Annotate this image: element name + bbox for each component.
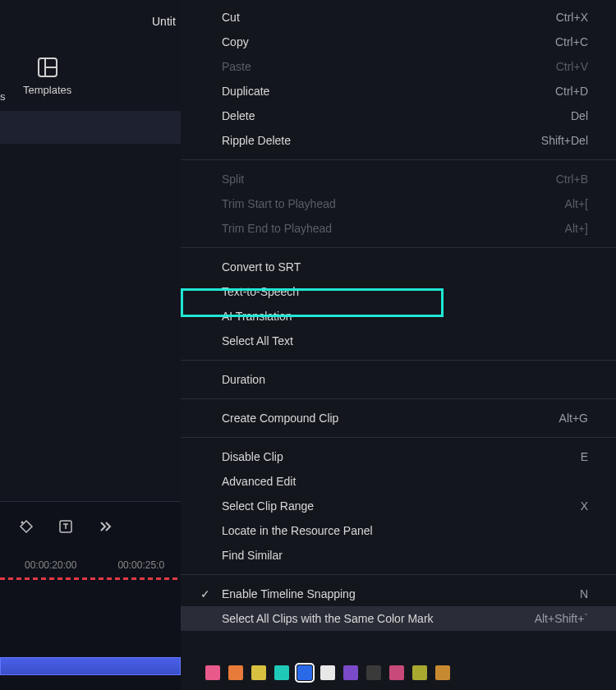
svg-point-0: [21, 522, 24, 524]
menu-item-label: AI Translation: [222, 310, 292, 323]
menu-item-label: Delete: [222, 109, 255, 122]
color-swatch[interactable]: [251, 665, 266, 680]
menu-separator: [181, 360, 616, 361]
color-swatch[interactable]: [320, 665, 335, 680]
menu-separator: [181, 398, 616, 399]
color-swatch[interactable]: [343, 665, 358, 680]
menu-item-label: Copy: [222, 35, 249, 48]
menu-item-delete[interactable]: DeleteDel: [181, 104, 616, 128]
menu-item-shortcut: Ctrl+B: [556, 172, 588, 186]
menu-item-label: Duration: [222, 373, 265, 386]
menu-item-label: Text-to-Speech: [222, 285, 299, 298]
menu-item-ripple-delete[interactable]: Ripple DeleteShift+Del: [181, 128, 616, 153]
menu-item-label: Duplicate: [222, 85, 269, 98]
color-swatch[interactable]: [412, 665, 427, 680]
menu-item-text-to-speech[interactable]: Text-to-Speech: [181, 279, 616, 304]
menu-item-label: Trim End to Playhead: [222, 222, 332, 235]
time-label: 00:00:25:0: [117, 559, 164, 571]
chevron-right-double-icon[interactable]: [97, 518, 113, 539]
color-swatch[interactable]: [435, 665, 450, 680]
menu-item-trim-start-to-playhead: Trim Start to PlayheadAlt+[: [181, 191, 616, 216]
menu-item-duration[interactable]: Duration: [181, 367, 616, 392]
menu-item-label: Paste: [222, 60, 251, 73]
color-mark-swatches: [205, 665, 450, 680]
timeline-playhead-line[interactable]: [0, 577, 181, 580]
menu-item-cut[interactable]: CutCtrl+X: [181, 5, 616, 30]
sidebar-item-templates[interactable]: Templates: [23, 58, 71, 96]
menu-item-shortcut: X: [581, 499, 588, 513]
menu-item-select-all-clips-with-the-same-color-mark[interactable]: Select All Clips with the Same Color Mar…: [181, 606, 616, 631]
menu-item-label: Cut: [222, 11, 240, 24]
templates-icon: [38, 58, 57, 77]
menu-item-shortcut: N: [580, 587, 588, 600]
menu-item-shortcut: Alt+Shift+`: [535, 612, 588, 625]
menu-item-select-all-text[interactable]: Select All Text: [181, 329, 616, 353]
menu-item-ai-translation[interactable]: AI Translation: [181, 304, 616, 329]
color-swatch[interactable]: [297, 665, 312, 680]
diamond-icon[interactable]: [18, 518, 34, 539]
menu-item-shortcut: E: [581, 450, 588, 463]
menu-item-disable-clip[interactable]: Disable ClipE: [181, 444, 616, 469]
checkmark-icon: ✓: [200, 587, 210, 600]
menu-item-shortcut: Ctrl+V: [556, 60, 588, 73]
menu-item-convert-to-srt[interactable]: Convert to SRT: [181, 255, 616, 279]
menu-item-label: Trim Start to Playhead: [222, 197, 336, 210]
color-swatch[interactable]: [389, 665, 404, 680]
menu-item-label: Find Similar: [222, 549, 283, 562]
menu-item-label: Create Compound Clip: [222, 412, 338, 425]
menu-item-label: Advanced Edit: [222, 475, 296, 488]
timeline-clip[interactable]: [0, 657, 181, 675]
time-label: 00:00:20:00: [25, 559, 76, 571]
context-menu: CutCtrl+XCopyCtrl+CPasteCtrl+VDuplicateC…: [181, 0, 616, 690]
menu-item-paste: PasteCtrl+V: [181, 54, 616, 79]
menu-separator: [181, 574, 616, 575]
menu-item-shortcut: Alt+[: [565, 197, 588, 210]
menu-item-select-clip-range[interactable]: Select Clip RangeX: [181, 494, 616, 518]
menu-item-shortcut: Ctrl+C: [555, 35, 588, 48]
menu-item-label: Select All Clips with the Same Color Mar…: [222, 612, 434, 625]
color-swatch[interactable]: [274, 665, 289, 680]
menu-item-label: Convert to SRT: [222, 260, 301, 274]
menu-item-label: Select Clip Range: [222, 499, 314, 513]
menu-item-shortcut: Shift+Del: [541, 134, 588, 147]
menu-item-label: Enable Timeline Snapping: [222, 587, 356, 600]
timeline-ruler[interactable]: 00:00:20:00 00:00:25:0: [0, 559, 181, 571]
menu-separator: [181, 159, 616, 160]
menu-item-find-similar[interactable]: Find Similar: [181, 543, 616, 568]
sidebar-active-band: [0, 111, 181, 144]
timeline-toolbar: [18, 518, 113, 539]
menu-item-shortcut: Alt+G: [559, 412, 588, 425]
project-title: Untit: [152, 15, 176, 28]
menu-item-label: Locate in the Resource Panel: [222, 524, 373, 537]
menu-item-shortcut: Del: [571, 109, 588, 122]
color-swatch[interactable]: [205, 665, 220, 680]
menu-item-enable-timeline-snapping[interactable]: ✓Enable Timeline SnappingN: [181, 582, 616, 606]
menu-item-advanced-edit[interactable]: Advanced Edit: [181, 469, 616, 494]
menu-item-shortcut: Ctrl+D: [555, 85, 588, 98]
timeline-panel: 00:00:20:00 00:00:25:0: [0, 501, 181, 690]
menu-item-trim-end-to-playhead: Trim End to PlayheadAlt+]: [181, 216, 616, 241]
menu-item-label: Split: [222, 172, 244, 186]
menu-item-duplicate[interactable]: DuplicateCtrl+D: [181, 79, 616, 104]
menu-item-label: Ripple Delete: [222, 134, 291, 147]
menu-separator: [181, 247, 616, 248]
sidebar-item-label: Templates: [23, 84, 71, 96]
truncated-label-tail: s: [0, 90, 6, 103]
text-box-icon[interactable]: [57, 518, 74, 539]
menu-item-shortcut: Alt+]: [565, 222, 588, 235]
color-swatch[interactable]: [366, 665, 381, 680]
color-swatch[interactable]: [228, 665, 243, 680]
menu-item-label: Disable Clip: [222, 450, 283, 463]
menu-item-shortcut: Ctrl+X: [556, 11, 588, 24]
menu-item-label: Select All Text: [222, 334, 293, 347]
menu-item-split: SplitCtrl+B: [181, 167, 616, 191]
menu-separator: [181, 437, 616, 438]
menu-item-create-compound-clip[interactable]: Create Compound ClipAlt+G: [181, 406, 616, 430]
menu-item-copy[interactable]: CopyCtrl+C: [181, 30, 616, 54]
menu-item-locate-in-the-resource-panel[interactable]: Locate in the Resource Panel: [181, 518, 616, 543]
